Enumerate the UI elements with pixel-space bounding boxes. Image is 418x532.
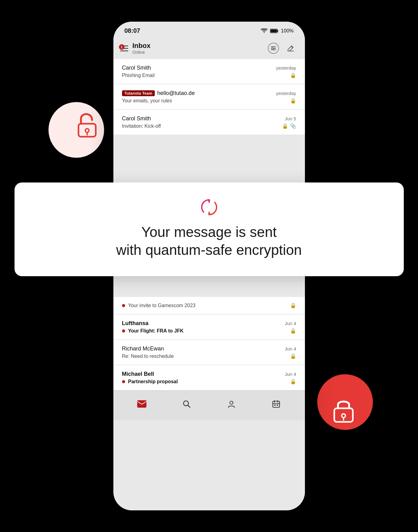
email-item-gamescom[interactable]: Your invite to Gamescom 2023 🔒	[113, 297, 305, 314]
compose-button[interactable]	[285, 43, 296, 54]
sender-richard: Richard McEwan	[122, 345, 164, 352]
nav-contacts[interactable]	[224, 397, 239, 411]
battery-icon	[270, 29, 279, 33]
svg-rect-18	[273, 401, 280, 407]
lock-icon-1: 🔒	[290, 72, 296, 78]
lock-icon-lufthansa: 🔒	[290, 328, 296, 334]
banner-title: Your message is sent with quantum-safe e…	[33, 223, 385, 259]
menu-badge[interactable]: 1	[120, 45, 129, 51]
unread-dot-lufthansa	[122, 329, 125, 332]
subject-row-lufthansa: Your Flight: FRA to JFK 🔒	[122, 328, 296, 334]
email-header-3: Carol Smith Jun 5	[122, 115, 296, 122]
email-list-top: Carol Smith yesterday Phishing Email 🔒	[113, 59, 305, 135]
svg-point-10	[272, 48, 273, 49]
sender-email-2: hello@tutao.de	[157, 90, 195, 97]
battery-text: 100%	[281, 28, 294, 34]
date-3: Jun 5	[285, 116, 296, 121]
inbox-info: Inbox Online	[133, 42, 151, 55]
nav-search[interactable]	[179, 397, 194, 411]
lock-icon-right	[331, 397, 356, 427]
email-item-2[interactable]: Tutanota Team hello@tutao.de yesterday Y…	[113, 84, 305, 109]
email-header-lufthansa: Lufthansa Jun 4	[122, 320, 296, 327]
subject-with-dot-lufthansa: Your Flight: FRA to JFK	[122, 328, 184, 334]
scene: 08:07 100%	[58, 15, 361, 517]
email-item-richard[interactable]: Richard McEwan Jun 4 Re: Need to resched…	[113, 340, 305, 365]
email-header-michael: Michael Bell Jun 4	[122, 371, 296, 377]
email-item-lufthansa[interactable]: Lufthansa Jun 4 Your Flight: FRA to JFK …	[113, 315, 305, 339]
filter-button[interactable]	[268, 43, 279, 54]
date-michael: Jun 4	[285, 371, 296, 377]
status-icons: 100%	[261, 28, 294, 34]
subject-lufthansa: Your Flight: FRA to JFK	[128, 328, 184, 334]
phone-bottom: Your invite to Gamescom 2023 🔒 Lufthansa…	[113, 297, 305, 420]
sync-icon	[199, 197, 219, 217]
status-bar: 08:07 100%	[113, 22, 305, 37]
subject-row-gamescom: Your invite to Gamescom 2023 🔒	[122, 302, 296, 308]
nav-mail[interactable]	[134, 397, 149, 411]
subject-row-richard: Re: Need to reschedule 🔒	[122, 353, 296, 359]
email-header-1: Carol Smith yesterday	[122, 65, 296, 71]
icons-3: 🔒 📎	[282, 123, 296, 129]
date-2: yesterday	[276, 91, 296, 96]
subject-1: Phishing Email	[122, 73, 155, 78]
svg-point-12	[273, 49, 275, 51]
email-item-michael[interactable]: Michael Bell Jun 4 Partnership proposal …	[113, 365, 305, 390]
tutanota-badge: Tutanota Team	[122, 90, 155, 96]
sender-with-badge-2: Tutanota Team hello@tutao.de	[122, 90, 195, 97]
toolbar-left: 1 Inbox Online	[120, 42, 151, 55]
icons-gamescom: 🔒	[290, 302, 296, 308]
subject-richard: Re: Need to reschedule	[122, 354, 174, 359]
wifi-icon	[261, 28, 268, 33]
icons-lufthansa: 🔒	[290, 328, 296, 334]
lock-icon-richard: 🔒	[290, 353, 296, 359]
date-lufthansa: Jun 4	[285, 321, 296, 326]
email-item-1[interactable]: Carol Smith yesterday Phishing Email 🔒	[113, 59, 305, 84]
subject-row-michael: Partnership proposal 🔒	[122, 379, 296, 384]
subject-michael: Partnership proposal	[128, 379, 178, 384]
attach-icon-3: 📎	[290, 123, 296, 129]
svg-rect-23	[277, 405, 278, 406]
subject-2: Your emails, your rules	[122, 98, 172, 104]
subject-row-1: Phishing Email 🔒	[122, 72, 296, 78]
email-item-3[interactable]: Carol Smith Jun 5 Invitation: Kick-off 🔒…	[113, 110, 305, 135]
subject-row-3: Invitation: Kick-off 🔒 📎	[122, 123, 296, 129]
icons-2: 🔒	[290, 98, 296, 104]
toolbar: 1 Inbox Online	[113, 37, 305, 59]
svg-rect-22	[274, 405, 276, 406]
icons-1: 🔒	[290, 72, 296, 78]
inbox-status: Online	[133, 50, 151, 55]
banner-sync-icon	[33, 197, 385, 217]
subject-with-dot-michael: Partnership proposal	[122, 379, 178, 384]
subject-3: Invitation: Kick-off	[122, 123, 161, 129]
unread-dot-gamescom	[122, 304, 125, 307]
sender-michael: Michael Bell	[122, 371, 154, 377]
svg-point-17	[230, 401, 233, 404]
calendar-nav-icon	[272, 400, 280, 408]
search-nav-icon	[183, 400, 191, 408]
date-1: yesterday	[276, 65, 296, 71]
bottom-nav	[113, 391, 305, 420]
mail-nav-icon	[137, 400, 146, 408]
banner: Your message is sent with quantum-safe e…	[15, 182, 404, 276]
sender-lufthansa: Lufthansa	[122, 320, 149, 327]
date-richard: Jun 4	[285, 346, 296, 351]
icons-michael: 🔒	[290, 379, 296, 384]
badge-dot: 1	[119, 44, 125, 50]
sender-3: Carol Smith	[122, 115, 151, 122]
lock-icon-gamescom: 🔒	[290, 302, 296, 308]
subject-row-2: Your emails, your rules 🔒	[122, 98, 296, 104]
inbox-title: Inbox	[133, 42, 151, 50]
lock-icon-michael: 🔒	[290, 379, 296, 384]
contacts-nav-icon	[227, 400, 235, 408]
svg-rect-7	[270, 29, 277, 32]
toolbar-right	[268, 43, 296, 54]
lock-icon-2: 🔒	[290, 98, 296, 104]
subject-gamescom: Your invite to Gamescom 2023	[128, 303, 196, 308]
sender-1: Carol Smith	[122, 65, 151, 71]
status-time: 08:07	[125, 27, 140, 34]
unlock-icon-left	[75, 111, 99, 142]
lock-icon-3: 🔒	[282, 123, 288, 129]
filter-icon	[271, 46, 276, 50]
nav-calendar[interactable]	[269, 397, 284, 411]
compose-icon	[287, 44, 295, 52]
